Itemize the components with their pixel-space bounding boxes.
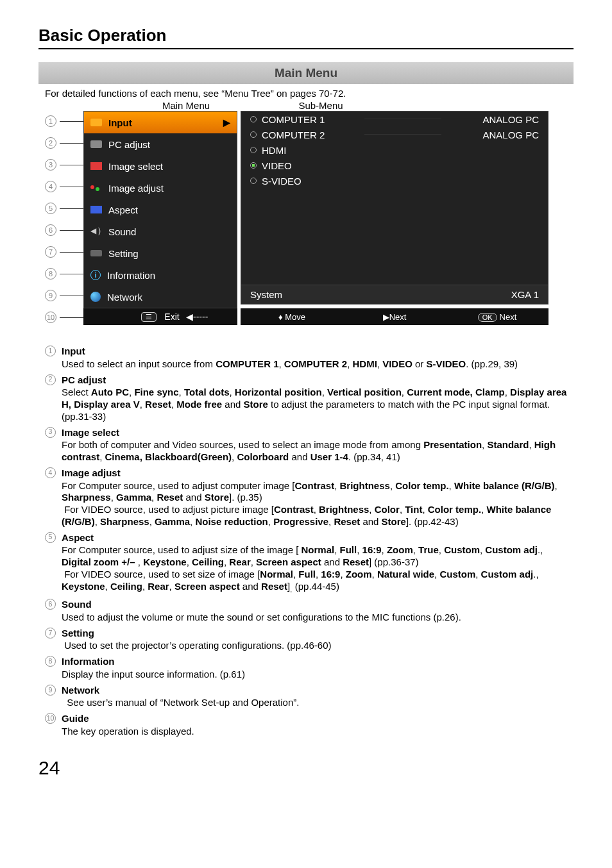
desc-body: For Computer source, used to adjust comp… — [62, 480, 574, 528]
main-menu-item-sound[interactable]: Sound — [84, 221, 237, 242]
main-menu-item-image-select[interactable]: Image select — [84, 155, 237, 177]
sub-menu-label: HDMI — [262, 145, 286, 156]
desc-body: Used to select an input source from COMP… — [62, 358, 518, 371]
description-item-7: 7Setting Used to set the projector’s ope… — [45, 628, 574, 653]
desc-title: Information — [62, 656, 245, 668]
desc-title: Input — [62, 346, 518, 358]
main-menu-item-setting[interactable]: Setting — [84, 242, 237, 264]
sub-menu-item-video[interactable]: VIDEO — [241, 158, 548, 173]
move-icon: ♦ — [278, 312, 283, 322]
desc-number: 9 — [45, 685, 56, 696]
info-icon: i — [90, 270, 101, 280]
desc-number: 8 — [45, 656, 56, 667]
main-menu-item-image-adjust[interactable]: Image adjust — [84, 177, 237, 199]
desc-title: Guide — [62, 713, 194, 725]
callout-7: 7 — [45, 246, 56, 258]
net-icon — [90, 292, 101, 302]
desc-number: 3 — [45, 427, 56, 438]
desc-body: For both of computer and Video sources, … — [62, 439, 574, 463]
radio-icon — [250, 162, 257, 169]
label-sub-menu: Sub-Menu — [263, 100, 378, 111]
system-label: System — [250, 289, 282, 300]
description-item-9: 9Network See user’s manual of “Network S… — [45, 685, 574, 710]
description-item-3: 3Image selectFor both of computer and Vi… — [45, 427, 574, 463]
sub-menu-label: COMPUTER 2 — [262, 129, 325, 140]
main-menu-label: Aspect — [108, 204, 138, 215]
desc-body: Display the input source information. (p… — [62, 669, 245, 681]
menu-pill-icon: ☰ — [141, 312, 157, 322]
callout-8: 8 — [45, 268, 56, 280]
main-menu-item-information[interactable]: iInformation — [84, 264, 237, 286]
page-number: 24 — [38, 757, 574, 779]
asp-icon — [90, 206, 102, 213]
desc-number: 7 — [45, 628, 56, 638]
ok-pill-icon: OK — [478, 313, 497, 322]
radio-icon — [250, 116, 257, 122]
main-menu-item-network[interactable]: Network — [84, 286, 237, 308]
radio-icon — [250, 178, 257, 184]
main-menu-item-aspect[interactable]: Aspect — [84, 199, 237, 221]
desc-body: For Computer source, used to adjust size… — [62, 544, 574, 595]
desc-title: Setting — [62, 628, 332, 640]
desc-number: 4 — [45, 467, 56, 478]
input-icon — [90, 119, 102, 126]
page-heading: Basic Operation — [38, 26, 574, 49]
sel-icon — [90, 162, 102, 170]
desc-body: Used to adjust the volume or mute the so… — [62, 612, 461, 624]
sub-menu-item-computer-1[interactable]: COMPUTER 1ANALOG PC — [241, 112, 548, 127]
arrow-left-icon: ◀ — [186, 312, 193, 322]
desc-title: Image adjust — [62, 467, 574, 480]
sub-menu-panel: COMPUTER 1ANALOG PCCOMPUTER 2ANALOG PCHD… — [241, 111, 548, 305]
desc-title: Image select — [62, 427, 574, 439]
main-menu-label: Setting — [108, 248, 139, 259]
desc-number: 6 — [45, 599, 56, 610]
desc-body: The key operation is displayed. — [62, 726, 194, 738]
arrow-right-icon: ▶ — [383, 312, 389, 322]
main-menu-label: Sound — [108, 226, 136, 237]
desc-number: 2 — [45, 374, 56, 385]
description-item-2: 2PC adjustSelect Auto PC, Fine sync, Tot… — [45, 374, 574, 423]
sub-menu-value: ANALOG PC — [482, 129, 539, 140]
main-menu-label: Input — [108, 117, 132, 128]
snd-icon — [90, 227, 102, 236]
callout-2: 2 — [45, 137, 56, 149]
menu-screenshot: 12345678910 Input▶PC adjustImage selectI… — [45, 111, 574, 342]
description-item-8: 8InformationDisplay the input source inf… — [45, 656, 574, 681]
callout-6: 6 — [45, 224, 56, 236]
callout-5: 5 — [45, 203, 56, 214]
main-menu-item-pc-adjust[interactable]: PC adjust — [84, 133, 237, 155]
desc-title: Sound — [62, 599, 461, 611]
detailed-note: For detailed functions of each menu, see… — [45, 88, 574, 99]
sub-menu-item-computer-2[interactable]: COMPUTER 2ANALOG PC — [241, 127, 548, 142]
sub-menu-label: S-VIDEO — [262, 176, 302, 187]
desc-title: Aspect — [62, 532, 574, 544]
desc-number: 5 — [45, 532, 56, 543]
main-menu-item-input[interactable]: Input▶ — [84, 112, 237, 133]
desc-title: PC adjust — [62, 374, 574, 387]
pc-icon — [90, 140, 102, 148]
guide-row: ♦ Move ▶Next OKNext — [241, 308, 548, 325]
adj-icon — [90, 183, 102, 192]
desc-title: Network — [62, 685, 299, 697]
main-menu-panel: Input▶PC adjustImage selectImage adjustA… — [83, 111, 237, 308]
system-row: System XGA 1 — [241, 285, 548, 304]
sub-menu-item-s-video[interactable]: S-VIDEO — [241, 173, 548, 188]
title-bar: Main Menu — [38, 62, 574, 84]
radio-icon — [250, 131, 257, 138]
exit-label: Exit — [164, 312, 179, 322]
description-item-5: 5AspectFor Computer source, used to adju… — [45, 532, 574, 596]
sub-menu-item-hdmi[interactable]: HDMI — [241, 142, 548, 158]
sub-menu-value: ANALOG PC — [482, 114, 539, 125]
description-item-1: 1InputUsed to select an input source fro… — [45, 346, 574, 371]
description-item-6: 6SoundUsed to adjust the volume or mute … — [45, 599, 574, 624]
main-menu-label: Network — [107, 292, 142, 303]
callout-3: 3 — [45, 159, 56, 171]
desc-body: See user’s manual of “Network Set-up and… — [62, 697, 299, 709]
system-value: XGA 1 — [511, 289, 539, 300]
main-menu-label: PC adjust — [108, 139, 150, 150]
desc-body: Used to set the projector’s operating co… — [62, 640, 332, 652]
label-main-menu: Main Menu — [109, 100, 263, 111]
sub-menu-label: COMPUTER 1 — [262, 114, 325, 125]
callout-9: 9 — [45, 290, 56, 301]
main-menu-label: Image adjust — [108, 183, 164, 194]
